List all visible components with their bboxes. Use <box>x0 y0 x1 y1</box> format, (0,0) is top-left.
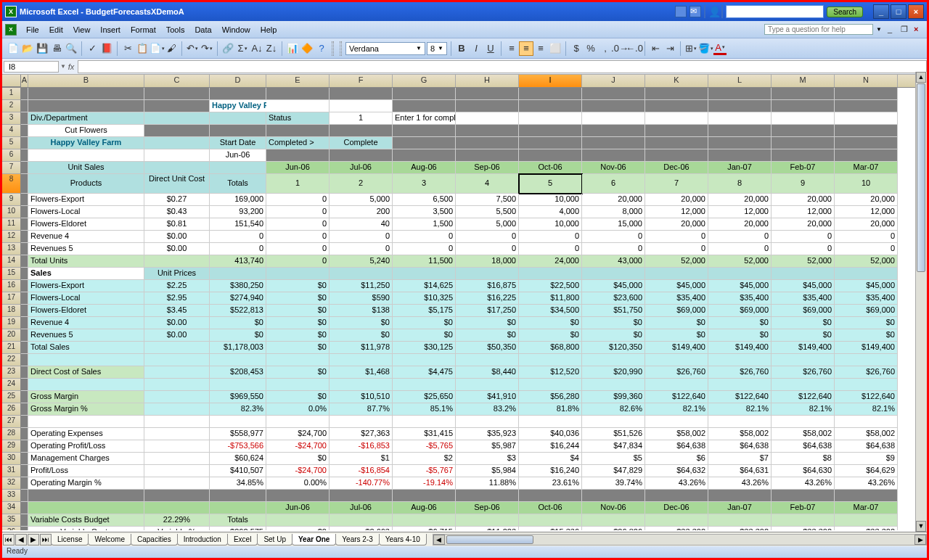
cell[interactable] <box>210 490 266 502</box>
cell[interactable] <box>835 354 898 366</box>
menu-format[interactable]: Format <box>126 24 161 36</box>
cell[interactable]: Flowers-Eldoret <box>28 305 144 317</box>
cell[interactable]: $410,507 <box>210 465 266 477</box>
cell[interactable] <box>21 218 28 231</box>
cell[interactable]: $0 <box>330 317 393 329</box>
cell[interactable]: $0 <box>519 329 582 342</box>
cell[interactable]: $0 <box>519 317 582 329</box>
cell[interactable]: 0 <box>582 243 645 255</box>
cell[interactable]: $2 <box>393 453 456 465</box>
cell[interactable]: $33,302 <box>708 527 772 530</box>
cell[interactable]: 82.3% <box>210 403 266 416</box>
sheet-tab-years-4-10[interactable]: Years 4-10 <box>379 534 427 545</box>
menu-edit[interactable]: Edit <box>44 24 68 36</box>
cell[interactable]: 8 <box>708 174 772 194</box>
cell[interactable]: $20,990 <box>582 366 645 379</box>
cell[interactable]: 85.1% <box>393 403 456 416</box>
row-header[interactable]: 28 <box>2 428 21 440</box>
cell[interactable] <box>772 268 835 280</box>
cell[interactable] <box>330 88 393 100</box>
cell[interactable]: 413,740 <box>210 255 266 268</box>
cell[interactable] <box>393 100 456 112</box>
cell[interactable]: 5 <box>519 174 582 194</box>
col-header-G[interactable]: G <box>393 75 456 87</box>
cell[interactable] <box>144 112 210 125</box>
cell[interactable]: Feb-07 <box>772 162 835 174</box>
cell[interactable]: $8,440 <box>456 366 519 379</box>
row-header[interactable]: 23 <box>2 366 21 379</box>
cell[interactable]: $60,624 <box>210 453 266 465</box>
cell[interactable] <box>393 149 456 162</box>
cell[interactable]: 20,000 <box>835 218 898 231</box>
cell[interactable]: 11,500 <box>393 255 456 268</box>
decrease-indent-icon[interactable]: ⇤ <box>649 42 662 55</box>
cell[interactable] <box>330 149 393 162</box>
cell[interactable]: $35,923 <box>456 428 519 440</box>
row-header[interactable]: 10 <box>2 206 21 218</box>
cell[interactable]: Oct-06 <box>519 162 582 174</box>
cell[interactable] <box>144 342 210 354</box>
cell[interactable] <box>582 514 645 527</box>
cell[interactable]: 151,540 <box>210 218 266 231</box>
help-input[interactable] <box>764 24 873 35</box>
cell[interactable] <box>519 100 582 112</box>
cell[interactable] <box>393 490 456 502</box>
cell[interactable]: 20,000 <box>772 218 835 231</box>
cell[interactable]: 20,000 <box>645 194 708 206</box>
cell[interactable]: $0 <box>210 329 266 342</box>
sort-asc-icon[interactable]: A↓ <box>250 42 263 55</box>
row-header[interactable]: 3 <box>2 112 21 125</box>
cell[interactable]: Variable % <box>144 527 210 530</box>
cell[interactable] <box>708 490 772 502</box>
cell[interactable] <box>21 255 28 268</box>
cell[interactable] <box>210 379 266 391</box>
save-icon[interactable]: 💾 <box>36 42 49 55</box>
cell[interactable]: 200 <box>330 206 393 218</box>
fill-color-icon[interactable]: 🪣 <box>699 42 712 55</box>
merge-icon[interactable]: ⬜ <box>549 42 562 55</box>
copy-icon[interactable]: 📋 <box>136 42 149 55</box>
doc-restore-button[interactable]: ❐ <box>901 25 911 35</box>
cell[interactable]: 82.1% <box>835 403 898 416</box>
cell[interactable] <box>266 88 330 100</box>
cell[interactable]: $45,000 <box>582 280 645 292</box>
cell[interactable]: 0 <box>210 243 266 255</box>
cell[interactable]: $99,360 <box>582 391 645 403</box>
cell[interactable]: $51,526 <box>582 428 645 440</box>
cell[interactable]: $11,223 <box>456 527 519 530</box>
cell[interactable]: $69,000 <box>645 305 708 317</box>
cell[interactable] <box>330 100 393 112</box>
cell[interactable] <box>28 416 144 428</box>
cell[interactable] <box>582 88 645 100</box>
cell[interactable] <box>645 490 708 502</box>
undo-icon[interactable]: ↶ <box>186 42 199 55</box>
cell[interactable] <box>708 514 772 527</box>
cell[interactable] <box>21 379 28 391</box>
cell[interactable] <box>144 379 210 391</box>
cell[interactable]: $26,760 <box>835 366 898 379</box>
cell[interactable] <box>393 416 456 428</box>
cell[interactable] <box>144 465 210 477</box>
cell[interactable]: -19.14% <box>393 477 456 490</box>
font-selector[interactable]: Verdana▼ <box>345 42 425 55</box>
cell[interactable]: $45,000 <box>708 280 772 292</box>
cell[interactable] <box>772 490 835 502</box>
cell[interactable]: $0 <box>393 329 456 342</box>
cell[interactable] <box>772 416 835 428</box>
cell[interactable] <box>21 527 28 530</box>
cell[interactable]: Status <box>266 112 330 125</box>
cell[interactable] <box>21 440 28 453</box>
cell[interactable]: $149,400 <box>645 342 708 354</box>
menu-view[interactable]: View <box>68 24 96 36</box>
cell[interactable]: 23.61% <box>519 477 582 490</box>
row-header[interactable]: 12 <box>2 231 21 243</box>
autosum-icon[interactable]: Σ <box>236 42 249 55</box>
cell[interactable]: $122,640 <box>708 391 772 403</box>
cell[interactable] <box>21 88 28 100</box>
cell[interactable] <box>393 379 456 391</box>
cell[interactable] <box>519 149 582 162</box>
col-header-L[interactable]: L <box>708 75 772 87</box>
cell[interactable]: Products <box>28 174 144 194</box>
cell[interactable] <box>393 514 456 527</box>
cell[interactable]: 3 <box>393 174 456 194</box>
